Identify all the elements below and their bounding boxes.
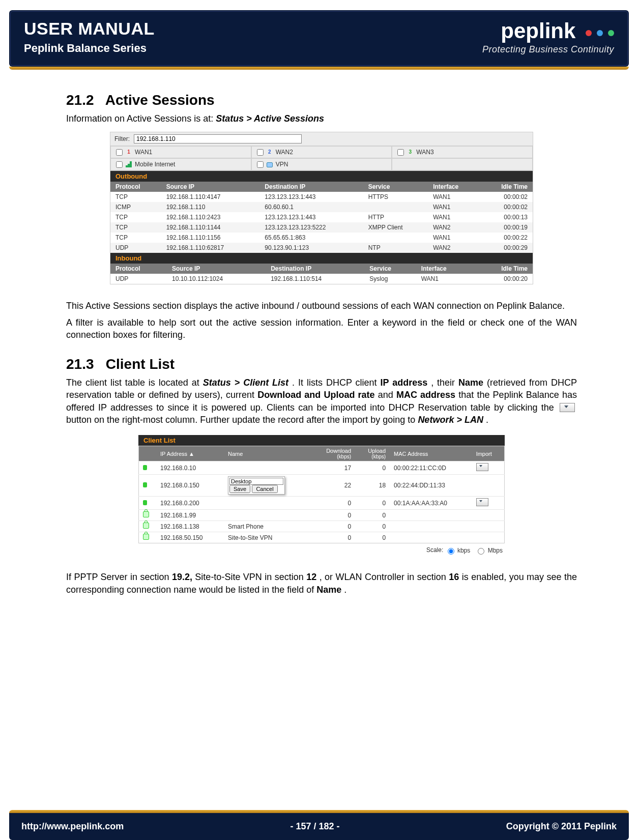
wan-checkbox[interactable] [116, 149, 123, 156]
client-row: 192.168.1.9900 [139, 510, 505, 521]
wan-label: Mobile Internet [135, 161, 175, 168]
session-cell: NTP [363, 243, 428, 253]
session-row: ICMP192.168.1.11060.60.60.1WAN100:00:02 [110, 202, 533, 212]
section-title: Active Sessions [105, 92, 215, 108]
name-edit-input[interactable] [229, 478, 283, 485]
client-list-screenshot: Client List IP Address ▲ Name Download (… [138, 435, 505, 558]
client-status-cell [139, 461, 157, 475]
scale-kbps-option[interactable]: kbps [445, 547, 471, 554]
wan-checkbox[interactable] [397, 149, 404, 156]
session-row: TCP192.168.1.110:4147123.123.123.1:443HT… [110, 192, 533, 202]
import-button[interactable] [476, 463, 488, 471]
active-sessions-screenshot: Filter: 1WAN12WAN23WAN3Mobile InternetVP… [110, 132, 533, 284]
import-button[interactable] [476, 498, 488, 506]
wan-filter-cell[interactable]: 2WAN2 [251, 146, 392, 158]
client-ip-cell: 192.168.0.10 [156, 461, 224, 475]
wan-checkbox[interactable] [116, 161, 123, 168]
signal-icon [126, 161, 132, 167]
client-row: 192.168.1.138Smart Phone00 [139, 521, 505, 532]
client-name-cell[interactable]: Save Cancel [224, 475, 311, 497]
session-cell: 00:00:02 [480, 192, 533, 202]
wan-checkbox[interactable] [257, 149, 264, 156]
session-cell: TCP [110, 212, 161, 222]
section-number: 21.3 [66, 356, 94, 372]
footer-copy: Copyright © 2011 Peplink [506, 821, 617, 832]
client-name-cell[interactable] [224, 497, 311, 510]
session-cell: 00:00:19 [480, 222, 533, 233]
session-cell: TCP [110, 192, 161, 202]
outbound-table: ProtocolSource IPDestination IPServiceIn… [110, 182, 533, 253]
client-download-cell: 22 [311, 475, 355, 497]
client-row: 192.168.50.150Site-to-Site VPN00 [139, 532, 505, 543]
section-number: 21.2 [66, 92, 94, 108]
client-name-cell[interactable]: Smart Phone [224, 521, 311, 532]
session-cell: 192.168.1.110:1144 [161, 222, 260, 233]
cancel-button[interactable]: Cancel [252, 485, 277, 493]
session-col-header: Destination IP [259, 182, 363, 192]
session-cell [363, 233, 428, 243]
session-cell: HTTP [363, 212, 428, 222]
col-upload[interactable]: Upload (kbps) [355, 446, 390, 461]
client-ip-cell: 192.168.1.99 [156, 510, 224, 521]
wan-filter-cell[interactable]: Mobile Internet [110, 158, 251, 170]
section1-para2: A filter is available to help sort out t… [66, 316, 577, 341]
wan-filter-cell[interactable]: 3WAN3 [392, 146, 533, 158]
section1-intro: Information on Active Sessions is at: St… [66, 112, 577, 125]
breadcrumb-path: Status > Active Sessions [216, 113, 324, 124]
session-cell: 192.168.1.110 [161, 202, 260, 212]
client-status-cell [139, 510, 157, 521]
lock-icon [267, 162, 273, 167]
session-cell: TCP [110, 222, 161, 233]
text: , or WLAN Controller in section [320, 572, 449, 582]
session-cell: 90.123.90.1:123 [259, 243, 363, 253]
session-cell: 192.168.1.110:514 [266, 274, 364, 284]
wan-filter-grid: 1WAN12WAN23WAN3Mobile InternetVPN [110, 146, 533, 171]
page-header: USER MANUAL Peplink Balance Series pepli… [9, 10, 629, 67]
col-mac[interactable]: MAC Address [390, 446, 472, 461]
session-col-header: Protocol [110, 182, 161, 192]
text-bold: Download and Upload rate [257, 390, 374, 400]
client-download-cell: 0 [311, 532, 355, 543]
wan-checkbox[interactable] [257, 161, 264, 168]
client-upload-cell: 0 [355, 510, 390, 521]
page-footer: http://www.peplink.com - 157 / 182 - Cop… [9, 810, 629, 840]
session-col-header: Idle Time [480, 182, 533, 192]
client-row: 192.168.0.2000000:1A:AA:AA:33:A0 [139, 497, 505, 510]
client-name-cell[interactable]: Site-to-Site VPN [224, 532, 311, 543]
client-download-cell: 0 [311, 510, 355, 521]
online-icon [143, 465, 147, 470]
session-cell: ICMP [110, 202, 161, 212]
inbound-header: Inbound [110, 253, 533, 264]
session-cell: TCP [110, 233, 161, 243]
col-name[interactable]: Name [224, 446, 311, 461]
client-status-cell [139, 521, 157, 532]
scale-kbps-radio[interactable] [448, 548, 454, 555]
wan-filter-cell[interactable]: 1WAN1 [110, 146, 251, 158]
session-cell: WAN1 [428, 192, 480, 202]
client-status-cell [139, 475, 157, 497]
col-ip[interactable]: IP Address ▲ [156, 446, 224, 461]
client-name-cell[interactable] [224, 510, 311, 521]
client-upload-cell: 0 [355, 461, 390, 475]
session-cell: WAN2 [428, 222, 480, 233]
lock-icon [143, 511, 149, 517]
client-mac-cell: 00:00:22:11:CC:0D [390, 461, 472, 475]
client-row: 192.168.0.1017000:00:22:11:CC:0D [139, 461, 505, 475]
wan-filter-cell-empty [392, 158, 533, 170]
lock-icon [143, 534, 149, 540]
client-import-cell [472, 497, 505, 510]
client-name-cell[interactable] [224, 461, 311, 475]
save-button[interactable]: Save [229, 485, 250, 493]
col-download[interactable]: Download (kbps) [311, 446, 355, 461]
session-cell: HTTPS [363, 192, 428, 202]
text: , their [431, 378, 458, 388]
col-import[interactable]: Import [472, 446, 505, 461]
scale-mbps-radio[interactable] [478, 548, 484, 555]
wan-number-icon: 1 [126, 149, 132, 155]
scale-mbps-option[interactable]: Mbps [475, 547, 503, 554]
wan-filter-cell[interactable]: VPN [251, 158, 392, 170]
client-mac-cell [390, 521, 472, 532]
session-cell: WAN1 [428, 212, 480, 222]
session-cell: 60.60.60.1 [259, 202, 363, 212]
filter-input[interactable] [134, 134, 302, 143]
